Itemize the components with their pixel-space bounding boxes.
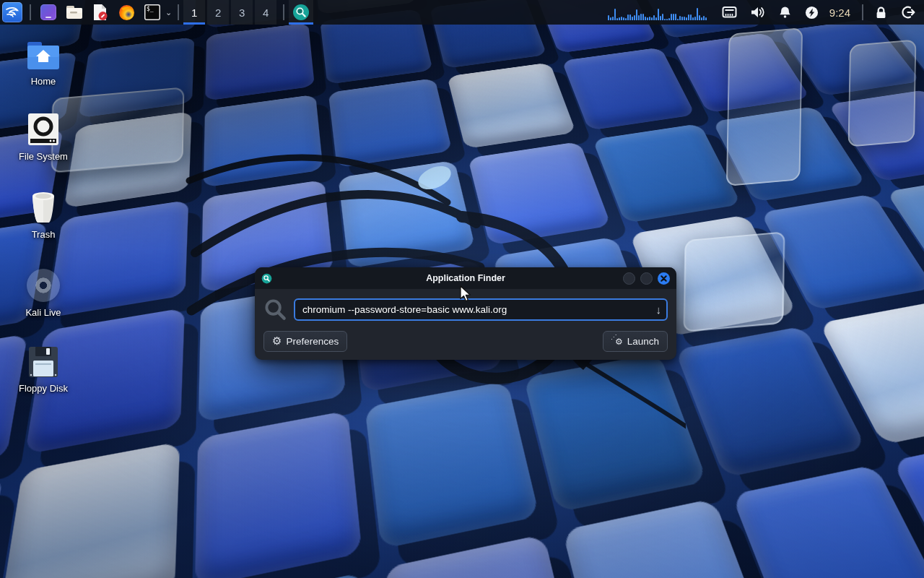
app-finder-icon <box>261 273 272 284</box>
workspace-number: 2 <box>215 7 221 19</box>
preferences-button[interactable]: ⚙ Preferences <box>263 331 347 352</box>
app-finder-icon <box>292 4 310 21</box>
desktop-icon-label: Floppy Disk <box>19 383 68 394</box>
net-bar <box>666 19 668 20</box>
net-bar <box>673 14 674 20</box>
net-bar <box>699 15 700 20</box>
window-controls <box>614 272 670 285</box>
volume-icon <box>750 6 765 19</box>
launch-button[interactable]: ⚙ Launch <box>603 331 668 352</box>
workspace-number: 3 <box>239 7 245 19</box>
purple-window-icon <box>40 4 56 20</box>
launcher-firefox[interactable] <box>117 3 136 22</box>
desktop-icon-home[interactable]: Home <box>9 40 78 87</box>
chevron-down-icon[interactable]: ⌄ <box>165 8 172 17</box>
minimize-button[interactable] <box>623 272 635 285</box>
text-editor-icon <box>92 4 108 21</box>
net-bar <box>632 17 633 20</box>
search-input[interactable] <box>294 298 668 321</box>
workspace-number: 4 <box>263 7 269 19</box>
down-arrow-icon[interactable]: ↓ <box>656 304 662 315</box>
titlebar-left <box>261 273 318 284</box>
workspace-number: 1 <box>191 7 197 19</box>
workspace-4[interactable]: 4 <box>255 0 276 25</box>
net-bar <box>694 17 696 20</box>
maximize-button[interactable] <box>640 272 653 285</box>
close-button[interactable] <box>658 272 670 285</box>
desktop-icon-trash[interactable]: Trash <box>9 191 78 240</box>
net-bar <box>660 16 661 20</box>
desktop-icon-floppy-disk[interactable]: Floppy Disk <box>9 346 78 394</box>
disc-icon <box>27 269 60 302</box>
net-bar <box>636 9 637 20</box>
net-bar <box>634 15 635 20</box>
net-bar <box>697 8 698 20</box>
net-bar <box>623 17 624 20</box>
net-bar <box>616 18 618 20</box>
net-bar <box>668 18 670 20</box>
net-bar <box>692 17 694 20</box>
application-finder-window: Application Finder ↓ <box>255 267 676 360</box>
file-manager-icon <box>66 4 83 20</box>
net-bar <box>651 17 653 20</box>
net-bar <box>655 17 657 20</box>
net-bar <box>679 16 681 20</box>
window-title: Application Finder <box>318 273 614 283</box>
workspace-2[interactable]: 2 <box>207 0 229 25</box>
net-bar <box>629 14 631 20</box>
top-panel: $_ ⌄ 1 2 3 4 <box>0 0 924 25</box>
net-bar <box>653 15 655 20</box>
net-bar <box>614 9 616 20</box>
net-bar <box>647 17 648 20</box>
net-bar <box>649 17 650 20</box>
net-bar <box>701 17 702 20</box>
net-bar <box>642 14 644 20</box>
bell-icon <box>778 6 792 20</box>
net-bar <box>619 17 620 20</box>
desktop-icon-label: Home <box>31 76 56 87</box>
workspace-1[interactable]: 1 <box>183 0 205 25</box>
desktop-icon-label: Kali Live <box>25 307 61 318</box>
panel-separator <box>283 4 284 20</box>
terminal-icon: $_ <box>144 4 160 20</box>
taskbar-app-finder-button[interactable] <box>289 0 313 25</box>
launcher-text-editor[interactable] <box>91 3 110 22</box>
net-bar <box>645 17 646 21</box>
network-port-icon <box>722 6 737 19</box>
net-bar <box>638 15 640 20</box>
preferences-label: Preferences <box>286 336 339 347</box>
net-bar <box>658 9 659 20</box>
run-gear-icon: ⚙ <box>611 337 623 346</box>
search-entry: ↓ <box>294 298 668 321</box>
workspace-3[interactable]: 3 <box>231 0 253 25</box>
launcher-terminal[interactable]: $_ <box>143 3 162 22</box>
launcher-purple-window[interactable] <box>39 3 58 22</box>
hard-disk-icon <box>27 113 59 146</box>
net-bar <box>671 14 672 20</box>
trash-icon <box>28 191 58 224</box>
floppy-icon <box>28 346 58 378</box>
desktop-icon-label: File System <box>19 151 68 162</box>
panel-clock[interactable]: 9:24 <box>829 7 850 19</box>
tray-notifications[interactable] <box>778 6 792 20</box>
launcher-file-manager[interactable] <box>65 3 84 22</box>
net-bar <box>621 17 622 20</box>
logout-icon <box>901 5 915 20</box>
net-bar <box>684 17 685 20</box>
tray-network[interactable] <box>722 6 737 19</box>
logout-button[interactable] <box>901 5 915 20</box>
net-bar <box>675 14 676 20</box>
desktop-icon-kali-live[interactable]: Kali Live <box>9 269 78 318</box>
tray-power-manager[interactable] <box>805 6 819 20</box>
power-icon <box>805 6 819 20</box>
mouse-cursor <box>459 285 474 303</box>
gear-icon: ⚙ <box>272 336 282 347</box>
desktop-icon-file-system[interactable]: File System <box>9 113 78 162</box>
net-bar <box>703 16 705 20</box>
close-icon <box>661 275 667 282</box>
tray-volume[interactable] <box>750 6 765 19</box>
firefox-icon <box>118 4 135 21</box>
applications-menu-button[interactable] <box>2 2 22 22</box>
lock-screen-button[interactable] <box>874 6 888 20</box>
network-monitor-graph[interactable] <box>608 4 707 20</box>
